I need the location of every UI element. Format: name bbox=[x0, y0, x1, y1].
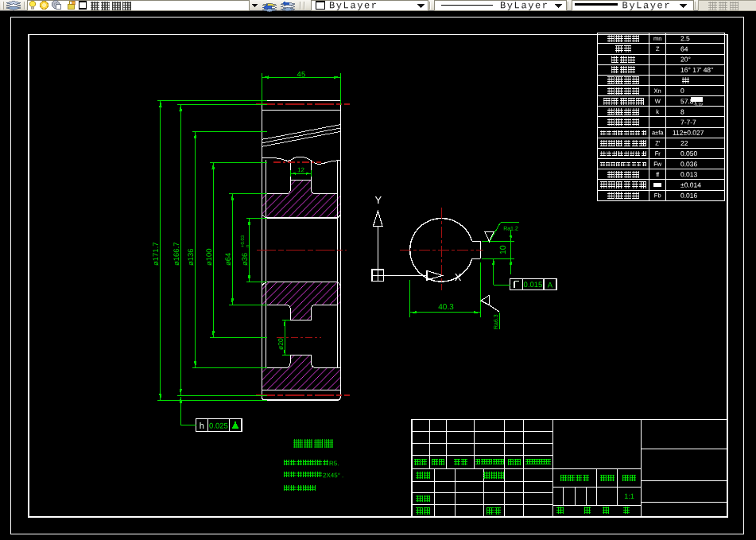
svg-text:Z′: Z′ bbox=[655, 139, 661, 146]
svg-text:2.5: 2.5 bbox=[680, 34, 690, 42]
svg-text:0: 0 bbox=[680, 87, 684, 95]
svg-text:12: 12 bbox=[297, 166, 304, 173]
svg-text:R5.: R5. bbox=[329, 460, 339, 467]
svg-text:7-7-7: 7-7-7 bbox=[680, 118, 696, 126]
svg-text:0.016: 0.016 bbox=[680, 192, 698, 200]
svg-text:0.013: 0.013 bbox=[680, 170, 698, 178]
svg-text:ø100: ø100 bbox=[205, 248, 214, 266]
svg-text:ø20: ø20 bbox=[277, 338, 285, 350]
svg-text:ByLayer: ByLayer bbox=[622, 0, 672, 11]
svg-text:+0.03: +0.03 bbox=[240, 235, 246, 247]
svg-text:0.015: 0.015 bbox=[524, 281, 543, 289]
svg-text:2X45° .: 2X45° . bbox=[323, 472, 343, 479]
svg-text:ø36: ø36 bbox=[241, 253, 250, 266]
svg-text:0.050: 0.050 bbox=[680, 150, 698, 157]
svg-text:Xn: Xn bbox=[654, 87, 661, 95]
svg-text:Z: Z bbox=[656, 45, 660, 52]
svg-text:X: X bbox=[455, 271, 462, 283]
svg-text:k: k bbox=[656, 108, 659, 115]
svg-text:1:1: 1:1 bbox=[624, 492, 634, 500]
svg-text:ø166.7: ø166.7 bbox=[173, 242, 181, 266]
svg-text:0.036: 0.036 bbox=[680, 160, 698, 168]
svg-text:a±fa: a±fa bbox=[652, 129, 664, 136]
svg-text:-0.19: -0.19 bbox=[693, 103, 703, 107]
svg-text:ByLayer: ByLayer bbox=[500, 0, 549, 11]
svg-text:10: 10 bbox=[499, 245, 509, 254]
svg-text:ByLayer: ByLayer bbox=[329, 0, 378, 11]
svg-text:Fw: Fw bbox=[653, 161, 662, 168]
svg-text:±0.014: ±0.014 bbox=[680, 181, 701, 189]
svg-text:0.025: 0.025 bbox=[209, 422, 228, 430]
svg-text:Ra6.3: Ra6.3 bbox=[494, 314, 499, 329]
svg-text:ø171.7: ø171.7 bbox=[152, 242, 161, 266]
svg-text:40.3: 40.3 bbox=[438, 303, 454, 312]
svg-text:20°: 20° bbox=[680, 56, 691, 64]
svg-text:Fr: Fr bbox=[655, 150, 661, 157]
svg-text:h: h bbox=[200, 422, 204, 431]
svg-text:8: 8 bbox=[680, 107, 684, 115]
svg-text:Fb: Fb bbox=[654, 192, 661, 199]
svg-text:112±0.027: 112±0.027 bbox=[673, 129, 704, 137]
svg-text:Ra1.2: Ra1.2 bbox=[503, 226, 518, 231]
svg-text:A: A bbox=[548, 281, 553, 289]
svg-text:45: 45 bbox=[297, 70, 306, 79]
svg-text:64: 64 bbox=[680, 45, 688, 52]
svg-text:ø136: ø136 bbox=[187, 248, 196, 266]
svg-text:W: W bbox=[655, 98, 661, 105]
svg-text:mn: mn bbox=[653, 35, 661, 42]
svg-text:Y: Y bbox=[374, 194, 382, 206]
svg-text:16° 17′ 48′′: 16° 17′ 48′′ bbox=[680, 66, 714, 74]
svg-text:22: 22 bbox=[680, 139, 688, 147]
svg-text:ø64: ø64 bbox=[224, 253, 233, 266]
